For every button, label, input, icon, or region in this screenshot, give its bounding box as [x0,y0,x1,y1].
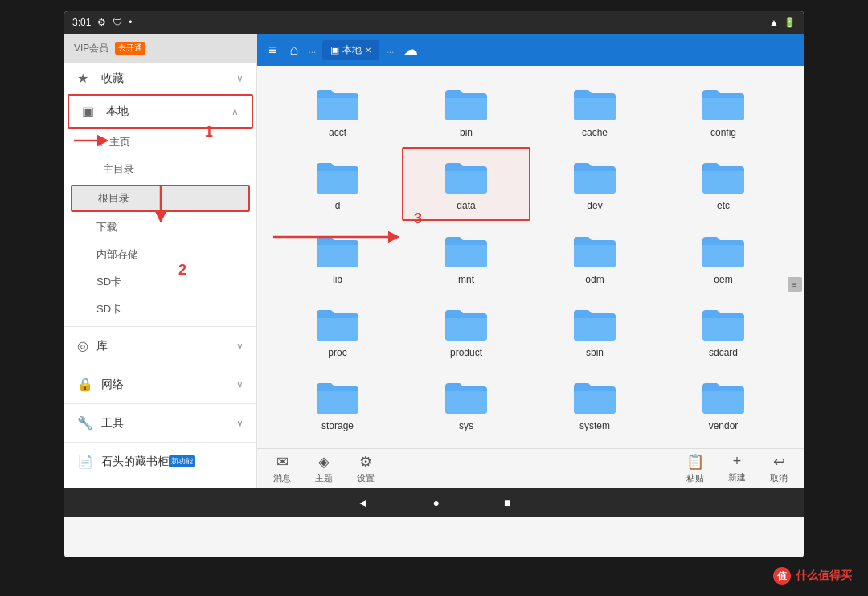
root-dir-label: 根目录 [98,191,129,206]
sidebar-sub-sd1[interactable]: SD卡 [64,268,256,296]
folder-name-lib: lib [333,274,342,285]
tab-label: 本地 [342,43,362,57]
sidebar-item-network[interactable]: 🔒 网络 ∨ [64,369,256,400]
sidebar-item-favorites[interactable]: ★ 收藏 ∨ [64,63,256,94]
toolbar-sep: ... [308,44,316,55]
recents-nav-button[interactable]: ■ [496,493,518,512]
folder-data[interactable]: data [402,147,530,221]
folder-lib[interactable]: lib [273,221,402,294]
sidebar-item-local[interactable]: ▣ 本地 ∧ [69,96,252,127]
status-left: 3:01 ⚙ 🛡 • [72,17,133,28]
vip-badge[interactable]: 去开通 [115,42,145,55]
folder-dev[interactable]: dev [530,147,659,221]
folder-sdcard[interactable]: sdcard [659,294,788,367]
folder-config[interactable]: config [659,74,788,147]
new-button[interactable]: + 新建 [728,453,746,484]
sidebar-sub-main-dir[interactable]: 主目录 [64,156,256,183]
paste-button[interactable]: 📋 粘贴 [686,453,704,484]
folder-sbin[interactable]: sbin [530,294,659,367]
divider-4 [64,442,256,443]
message-icon: ✉ [276,453,289,471]
message-button[interactable]: ✉ 消息 [273,453,291,484]
folder-d[interactable]: d [273,147,402,221]
internal-label: 内部存储 [96,247,138,262]
home-button[interactable]: ⌂ [287,39,302,62]
folder-etc[interactable]: etc [659,147,788,221]
folder-proc[interactable]: proc [273,294,402,367]
folder-icon-sys [442,377,490,417]
tools-label: 工具 [101,416,124,431]
back-nav-button[interactable]: ◄ [350,493,377,512]
theme-label: 主题 [315,472,333,484]
vip-label: VIP会员 [74,42,108,55]
folder-name-system: system [579,420,610,431]
folder-name-sys: sys [459,420,473,431]
folder-mnt[interactable]: mnt [402,221,530,294]
theme-icon: ◈ [318,453,330,471]
folder-name-bin: bin [460,127,473,138]
sidebar-sub-home[interactable]: ⌂ 主页 [64,129,256,156]
tools-icon: 🔧 [77,415,93,431]
cancel-button[interactable]: ↩ 取消 [770,453,788,484]
device-icon: ▣ [82,104,98,119]
sidebar: VIP会员 去开通 ★ 收藏 ∨ ▣ 本地 ∧ ⌂ 主页 [64,34,257,488]
sidebar-sub-root[interactable]: 根目录 [71,185,250,212]
message-label: 消息 [273,472,291,484]
folder-acct[interactable]: acct [273,74,402,147]
folder-cache[interactable]: cache [530,74,659,147]
settings-icon-btn: ⚙ [359,453,372,471]
folder-icon-oem [699,231,747,271]
sidebar-local-section: ▣ 本地 ∧ [68,94,253,129]
cloud-button[interactable]: ☁ [400,38,421,62]
sidebar-item-library[interactable]: ◎ 库 ∨ [64,330,256,361]
paste-icon: 📋 [686,453,704,471]
sidebar-item-more[interactable]: 📄 石头的藏书柜 新功能 [64,446,256,477]
more-label: 石头的藏书柜 [101,455,169,469]
folder-bin[interactable]: bin [402,74,530,147]
bottom-toolbar: ✉ 消息 ◈ 主题 ⚙ 设置 📋 粘贴 [257,448,804,488]
home-nav-button[interactable]: ● [424,493,447,512]
folder-name-mnt: mnt [458,274,474,285]
folder-system[interactable]: system [530,367,659,440]
folder-sys[interactable]: sys [402,367,530,440]
sidebar-sub-internal[interactable]: 内部存储 [64,241,256,268]
folder-name-odm: odm [585,274,604,285]
content-area: ≡ ⌂ ... ▣ 本地 ✕ ... ☁ acct [257,34,804,488]
folder-icon-system [571,377,619,417]
folder-icon-mnt [442,231,490,271]
folder-icon-vendor [699,377,747,417]
sidebar-sub-sd2[interactable]: SD卡 [64,296,256,323]
settings-button[interactable]: ⚙ 设置 [357,453,375,484]
folder-icon-lib [313,231,362,271]
folder-icon-product [442,304,490,344]
star-icon: ★ [77,71,93,86]
folder-icon-cache [571,84,619,124]
local-tab[interactable]: ▣ 本地 ✕ [322,40,379,60]
folder-name-sdcard: sdcard [709,347,738,358]
folder-product[interactable]: product [402,294,530,367]
library-label: 库 [96,339,108,353]
sidebar-sub-download[interactable]: 下载 [64,214,256,241]
new-badge: 新功能 [169,455,195,467]
chevron-down-icon: ∨ [236,73,244,84]
sidebar-vip-row[interactable]: VIP会员 去开通 [64,34,256,63]
download-label: 下载 [96,220,117,235]
folder-name-config: config [710,127,736,138]
new-label: 新建 [728,471,746,484]
tab-close-icon[interactable]: ✕ [365,46,371,55]
divider-3 [64,403,256,404]
folder-oem[interactable]: oem [659,221,788,294]
folder-storage[interactable]: storage [273,367,402,440]
folder-name-product: product [450,347,482,358]
network-arrow-icon: ∨ [236,379,244,390]
folder-vendor[interactable]: vendor [659,367,788,440]
watermark: 值 什么值得买 [773,567,852,585]
wifi-icon: ▲ [769,17,779,28]
folder-icon-d [313,157,362,197]
time-display: 3:01 [72,17,91,28]
menu-button[interactable]: ≡ [265,39,280,62]
watermark-text: 什么值得买 [796,569,852,583]
folder-odm[interactable]: odm [530,221,659,294]
sidebar-item-tools[interactable]: 🔧 工具 ∨ [64,407,256,439]
theme-button[interactable]: ◈ 主题 [315,453,333,484]
